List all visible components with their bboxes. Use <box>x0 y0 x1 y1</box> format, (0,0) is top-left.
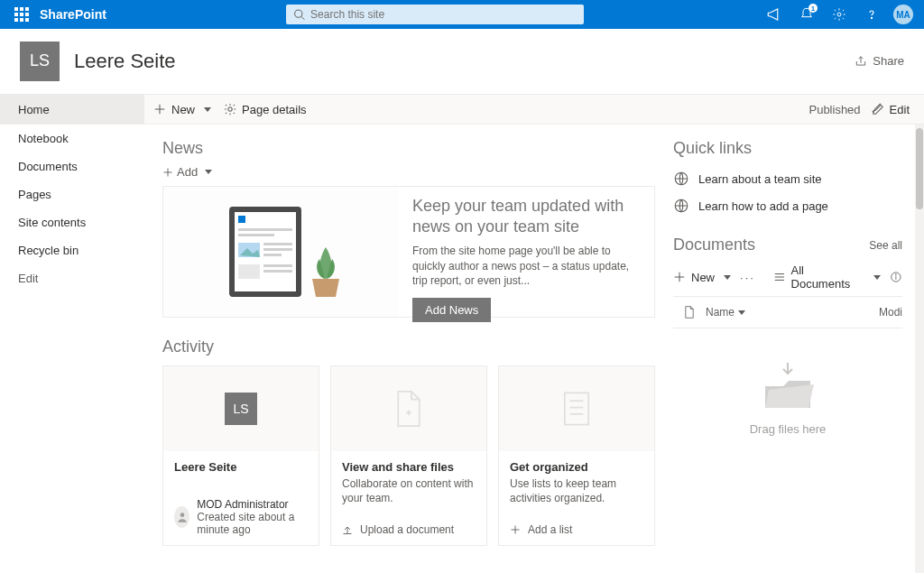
docs-view-label: All Documents <box>791 263 865 291</box>
app-launcher-button[interactable] <box>7 7 36 22</box>
command-left: Home <box>0 95 144 124</box>
main-layout: Notebook Documents Pages Site contents R… <box>0 125 924 573</box>
news-body: From the site home page you'll be able t… <box>412 244 643 289</box>
svg-rect-5 <box>25 13 29 16</box>
search-container <box>106 5 763 24</box>
nav-item-notebook[interactable]: Notebook <box>0 125 144 152</box>
activity-thumb <box>499 366 654 451</box>
activity-card-title: Get organized <box>510 460 643 474</box>
share-button[interactable]: Share <box>855 54 904 68</box>
drop-hint-label: Drag files here <box>750 422 827 436</box>
svg-rect-20 <box>238 216 245 223</box>
quicklink-label: Learn how to add a page <box>698 199 828 213</box>
page-details-label: Page details <box>242 103 307 116</box>
svg-rect-7 <box>20 18 23 22</box>
docs-new-label: New <box>691 271 715 284</box>
notifications-button[interactable]: 1 <box>796 4 818 25</box>
pencil-icon <box>872 103 884 116</box>
svg-point-12 <box>871 17 872 18</box>
globe-icon <box>673 171 689 187</box>
nav-item-documents[interactable]: Documents <box>0 152 144 180</box>
suite-bar: SharePoint 1 MA <box>0 0 924 29</box>
activity-card-title: View and share files <box>342 460 476 474</box>
activity-card-files[interactable]: View and share files Collaborate on cont… <box>330 365 487 546</box>
activity-card-site[interactable]: LS Leere Seite MOD Administrator Created <box>162 365 319 546</box>
folder-drop-icon <box>756 361 819 415</box>
nav-edit-button[interactable]: Edit <box>0 264 144 292</box>
news-add-label: Add <box>177 165 198 179</box>
docs-more-button[interactable]: ··· <box>740 271 755 284</box>
activity-card-footer: MOD Administrator Created site about a m… <box>163 489 319 545</box>
nav-item-site-contents[interactable]: Site contents <box>0 208 144 236</box>
svg-rect-21 <box>238 228 292 231</box>
svg-rect-22 <box>238 234 274 236</box>
plus-icon <box>162 167 173 178</box>
new-button[interactable]: New <box>153 103 211 116</box>
side-column: Quick links Learn about a team site Lear… <box>673 139 902 546</box>
quicklink-team-site[interactable]: Learn about a team site <box>673 165 902 192</box>
upload-document-button[interactable]: Upload a document <box>331 514 486 545</box>
col-modified[interactable]: Modi <box>879 306 902 319</box>
add-news-button[interactable]: Add News <box>412 298 491 322</box>
news-illustration <box>163 187 398 317</box>
account-avatar[interactable]: MA <box>893 5 913 24</box>
col-name[interactable]: Name <box>706 306 745 319</box>
help-button[interactable] <box>861 4 882 25</box>
person-icon <box>174 506 189 528</box>
settings-button[interactable] <box>828 4 850 25</box>
svg-rect-24 <box>263 243 292 245</box>
left-nav: Notebook Documents Pages Site contents R… <box>0 125 144 573</box>
documents-title: Documents <box>673 236 755 254</box>
documents-header: Documents See all <box>673 236 902 254</box>
upload-label: Upload a document <box>360 523 454 536</box>
see-all-link[interactable]: See all <box>869 239 902 252</box>
svg-rect-27 <box>238 264 260 279</box>
share-icon <box>855 55 867 68</box>
activity-card-lists[interactable]: Get organized Use lists to keep team act… <box>498 365 655 546</box>
svg-rect-28 <box>263 264 292 267</box>
activity-title: Activity <box>162 337 655 356</box>
search-box[interactable] <box>286 5 584 24</box>
news-headline: Keep your team updated with news on your… <box>412 196 643 238</box>
scrollbar-track[interactable] <box>915 125 924 573</box>
brand-label[interactable]: SharePoint <box>40 7 106 22</box>
megaphone-button[interactable] <box>763 4 785 25</box>
megaphone-icon <box>766 6 782 23</box>
news-title: News <box>162 139 655 158</box>
svg-rect-0 <box>14 7 18 11</box>
site-title[interactable]: Leere Seite <box>74 50 176 73</box>
svg-rect-4 <box>20 13 23 16</box>
nav-item-pages[interactable]: Pages <box>0 180 144 208</box>
site-logo[interactable]: LS <box>20 42 60 81</box>
docs-view-button[interactable]: All Documents <box>773 263 881 291</box>
question-icon <box>864 7 879 22</box>
scrollbar-thumb[interactable] <box>916 128 923 209</box>
activity-card-desc: Use lists to keep team activities organi… <box>510 477 643 505</box>
docs-new-button[interactable]: New <box>673 271 731 284</box>
nav-item-recycle-bin[interactable]: Recycle bin <box>0 236 144 264</box>
add-list-button[interactable]: Add a list <box>499 514 654 545</box>
search-input[interactable] <box>310 8 577 21</box>
edit-page-button[interactable]: Edit <box>872 103 910 116</box>
gear-icon <box>224 103 236 116</box>
command-buttons: New Page details <box>144 95 307 124</box>
news-add-button[interactable]: Add <box>162 165 655 179</box>
document-icon <box>393 389 425 429</box>
documents-drop-zone[interactable]: Drag files here <box>673 361 902 436</box>
info-icon[interactable] <box>890 271 902 283</box>
new-label: New <box>171 103 195 116</box>
nav-item-home[interactable]: Home <box>0 95 144 124</box>
share-label: Share <box>873 54 904 68</box>
quicklink-label: Learn about a team site <box>698 172 822 186</box>
svg-line-10 <box>301 16 304 19</box>
notification-badge: 1 <box>808 4 818 13</box>
svg-rect-8 <box>25 18 29 22</box>
svg-point-30 <box>180 513 184 518</box>
activity-thumb <box>331 366 486 451</box>
page-details-button[interactable]: Page details <box>224 103 307 116</box>
content-area: News Add <box>144 125 924 573</box>
news-text: Keep your team updated with news on your… <box>412 187 654 317</box>
list-icon <box>560 389 593 429</box>
command-bar: Home New Page details Published Edit <box>0 94 924 125</box>
quicklink-add-page[interactable]: Learn how to add a page <box>673 192 902 219</box>
